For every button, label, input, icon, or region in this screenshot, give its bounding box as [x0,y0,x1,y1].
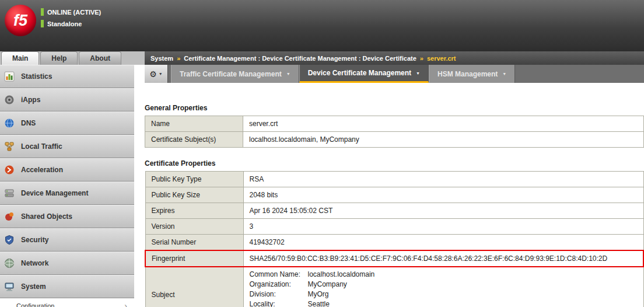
sidebar-item-label: Security [21,236,48,244]
device-status: ONLINE (ACTIVE) Standalone [41,8,101,32]
row-label: Expires [145,203,243,219]
row-value: 3 [243,219,643,235]
row-version: Version 3 [145,219,643,235]
sidebar-item-local-traffic[interactable]: Local Traffic [0,135,134,158]
sidebar: Statistics iApps DNS Local Traffic [0,65,134,307]
sidebar-item-label: Local Traffic [21,142,62,151]
statistics-icon [4,71,16,82]
row-value: localhost.localdomain, MyCompany [243,132,644,148]
row-fingerprint-highlighted: Fingerprint SHA256/70:59:B0:CC:B3:B9:23:… [145,250,643,267]
subject-key: Division: [250,289,308,299]
breadcrumb-system[interactable]: System [150,55,173,62]
system-monitor-icon [4,281,16,292]
sidebar-item-statistics[interactable]: Statistics [0,65,134,88]
row-expires: Expires Apr 16 2024 15:05:02 CST [145,203,643,219]
subnav: ⚙ ▼ Traffic Certificate Management ▼ Dev… [145,65,644,83]
chevron-down-icon: ▼ [159,72,163,76]
nav-row: Main Help About System » Certificate Man… [0,51,644,65]
security-shield-icon [4,235,16,245]
sidebar-subitem-label: Configuration [16,302,54,307]
row-value: 2048 bits [243,187,643,203]
row-value: 419432702 [243,235,643,251]
subject-value: MyOrg [308,289,638,299]
breadcrumb-separator-icon: » [420,55,424,62]
breadcrumb-separator-icon: » [177,55,180,62]
dns-icon [4,118,16,128]
sidebar-subitem-configuration[interactable]: Configuration › [0,298,134,307]
status-indicator-icon [41,8,44,16]
content-area: ⚙ ▼ Traffic Certificate Management ▼ Dev… [145,65,644,307]
chevron-down-icon: ▼ [502,72,506,76]
row-certificate-subjects: Certificate Subject(s) localhost.localdo… [145,132,644,148]
chevron-right-icon: › [124,302,127,307]
sidebar-item-device-management[interactable]: Device Management [0,182,134,205]
row-label: Subject [145,267,243,307]
sidebar-item-label: System [21,282,46,291]
sidebar-item-network[interactable]: Network [0,252,134,275]
gear-icon: ⚙ [149,70,157,78]
status-online-label: ONLINE (ACTIVE) [47,9,101,16]
tab-help[interactable]: Help [40,51,78,65]
row-label: Version [145,219,243,235]
subtab-label: HSM Management [438,70,498,78]
sidebar-item-dns[interactable]: DNS [0,111,134,135]
row-value: RSA [243,172,643,187]
row-public-key-size: Public Key Size 2048 bits [145,187,643,203]
breadcrumb-path[interactable]: Certificate Management : Device Certific… [184,55,416,62]
row-label: Public Key Type [145,172,243,187]
chevron-down-icon: ▼ [286,72,290,76]
local-traffic-icon [4,141,16,152]
subject-value: MyCompany [308,280,638,289]
breadcrumb: System » Certificate Management : Device… [145,51,644,65]
status-standalone-row: Standalone [41,20,101,27]
status-standalone-label: Standalone [47,20,82,27]
chevron-down-icon: ▼ [416,71,420,75]
f5-logo[interactable]: f5 [5,5,36,36]
row-subject: Subject Common Name:localhost.localdomai… [145,267,643,307]
sidebar-item-security[interactable]: Security [0,228,134,252]
device-management-icon [4,188,16,198]
subject-key: Locality: [250,299,308,307]
sidebar-item-label: iApps [21,96,40,104]
tab-main[interactable]: Main [1,51,39,65]
options-gear-button[interactable]: ⚙ ▼ [145,65,168,83]
sidebar-item-acceleration[interactable]: Acceleration [0,158,134,182]
row-name: Name server.crt [145,116,644,132]
row-label: Name [145,116,243,132]
subject-value: localhost.localdomain [308,270,638,280]
row-value: Apr 16 2024 15:05:02 CST [243,203,643,219]
subtab-device-certificate-management[interactable]: Device Certificate Management ▼ [299,65,429,83]
iapps-icon [4,95,16,105]
page-content: General Properties Name server.crt Certi… [145,83,644,307]
status-indicator-icon [41,20,44,27]
breadcrumb-current: server.crt [427,55,456,62]
sidebar-item-shared-objects[interactable]: Shared Objects [0,205,134,228]
tab-about[interactable]: About [79,51,121,65]
row-label: Serial Number [145,235,243,251]
sidebar-item-system[interactable]: System [0,275,134,298]
section-title-certificate-properties: Certificate Properties [145,159,644,168]
sidebar-item-label: Acceleration [21,166,63,174]
section-title-general-properties: General Properties [145,104,644,112]
row-label: Certificate Subject(s) [145,132,243,148]
shared-objects-icon [4,211,16,222]
row-value: server.crt [243,116,644,132]
top-header: f5 ONLINE (ACTIVE) Standalone [0,0,644,51]
row-serial-number: Serial Number 419432702 [145,235,643,251]
sidebar-item-iapps[interactable]: iApps [0,88,134,111]
subtab-hsm-management[interactable]: HSM Management ▼ [429,65,515,83]
subject-value: Seattle [308,299,638,307]
sidebar-item-label: Statistics [21,72,52,81]
subject-key: Organization: [250,280,308,289]
subtab-traffic-certificate-management[interactable]: Traffic Certificate Management ▼ [171,65,299,83]
f5-bigip-app: f5 ONLINE (ACTIVE) Standalone Main Help … [0,0,644,307]
sidebar-item-label: DNS [21,119,36,127]
row-value: Common Name:localhost.localdomain Organi… [243,267,643,307]
row-label: Public Key Size [145,187,243,203]
certificate-properties-table: Public Key Type RSA Public Key Size 2048… [145,171,644,307]
sidebar-item-label: Shared Objects [21,212,72,221]
row-public-key-type: Public Key Type RSA [145,172,643,187]
f5-logo-text: f5 [13,12,27,30]
sidebar-item-label: Device Management [21,189,88,197]
subject-details: Common Name:localhost.localdomain Organi… [250,270,638,307]
